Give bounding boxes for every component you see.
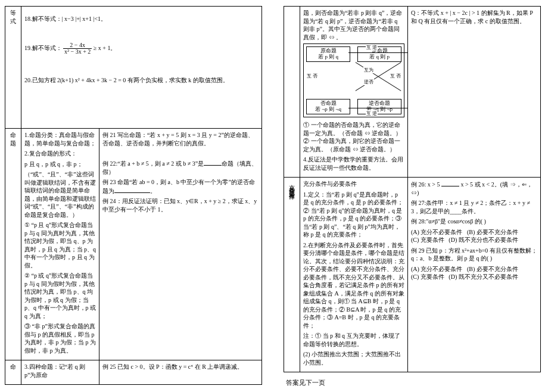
r2rn-h: 充分条件与必要条件	[303, 180, 404, 188]
r2n-4: （“或”、“且”、“非”这些词叫做逻辑联结词，不含有逻辑联结词的命题是简单命题，…	[24, 170, 96, 219]
r2n-7: ③ “非 p”形式复合命题的真假与 p 的真假相反，即当 p 为真时，非 p 为…	[24, 322, 96, 354]
e25: 例 25 已知 c > 0。设 P：函数 y = cˣ 在 R 上单调递减。	[102, 363, 259, 371]
e28A: (A) 充分不必要条件	[411, 229, 462, 235]
e28: 例 28:"α≠β"是 cosα≠cosβ 的( )	[411, 217, 537, 226]
r2n-1: 1.命题分类：真命题与假命题，简单命题与复合命题；	[24, 131, 96, 147]
diag-l-bot: 互 逆	[366, 110, 378, 117]
r2rn-3: 注：① 当 p 和 q 互为充要时，体现了命题等价转换的思想。	[303, 332, 404, 348]
diag-box-original: 原命题 若 p 则 q	[306, 46, 350, 62]
e28B: (B) 必要不充分条件	[467, 229, 518, 235]
e22: 例 22:“若 a + b ≠ 5，则 a ≠ 2 或 b ≠ 3”是命题（填真…	[102, 159, 259, 176]
diag-box-negation: 否命题 若 ¬p 则 ¬q	[306, 99, 350, 114]
e24: 例 24：用反证法证明：已知 x、y∈R，x + y ≥ 2，求证 x、y 中至…	[102, 197, 259, 213]
e28D: (D) 既不充分也不必要条件	[449, 237, 518, 243]
e29-opts: (A) 充分不必要条件 (B) 必要不充分条件 (C) 充要条件 (D) 既不充…	[411, 265, 537, 281]
row3-side: 命	[5, 360, 21, 385]
r2rn-4: (2) 小范围推出大范围；大范围推不出小范围。	[303, 350, 404, 366]
diag-l-c2: 逆否	[363, 79, 374, 85]
q19-den: x² − 3x + 2	[63, 49, 92, 55]
r2n-3: p 且 q，p 或 q，非 p；	[24, 160, 96, 169]
table-row: 命 3.四种命题：记“若 q 则 p”为原命 例 25 已知 c > 0。设 P…	[5, 360, 262, 385]
diag-l-c1: 互为	[363, 67, 374, 73]
row3-side-text: 命	[8, 363, 18, 371]
r-row2-side-text: 充分条件与必要条件	[288, 180, 296, 191]
q19-pre: 19.解不等式：	[24, 44, 62, 51]
table-row: 题，则否命题为“若非 p 则非 q”，逆命题为“若 q 则 p”，逆否命题为“若…	[284, 7, 541, 178]
row1-side: 等式	[5, 7, 21, 129]
r1m-1: 题，则否命题为“若非 p 则非 q”，逆命题为“若 q 则 p”，逆否命题为“若…	[303, 9, 404, 41]
e27: 例 27:条件甲：x ≠ 1 且 y ≠ 2；条件乙：x + y ≠ 3，则乙是…	[411, 199, 537, 215]
diag-b3b: 若 ¬p 则 ¬q	[309, 107, 348, 113]
e29C: (C) 充要条件	[411, 273, 444, 280]
r2rn-1: 1.定义：当“若 p 则 q”是真命题时，p 是 q 的充分条件，q 是 p 的…	[303, 191, 404, 239]
r2rn-2: 2.在判断充分条件及必要条件时，首先要分清哪个命题是条件，哪个命题是结论。其次，…	[303, 241, 404, 330]
diag-top-line	[348, 52, 408, 53]
row2-side: 命题	[5, 129, 21, 360]
e29: 例 29 已知 p：方程 x²+ax+b=0 有且仅有整数解；q：a、b 是整数…	[411, 247, 537, 263]
e28-opts: (A) 充分不必要条件 (B) 必要不充分条件 (C) 充要条件 (D) 既不充…	[411, 228, 537, 244]
four-propositions-diagram: 原命题 若 p 则 q 逆命题 若 q 则 p 否命题 若 ¬p 则 ¬q	[303, 43, 404, 117]
r1m-2: ① 一个命题的否命题为真，它的逆命题一定为真。（否命题 ⇔ 逆命题。）② 一个命…	[303, 121, 404, 153]
r3n: 3.四种命题：记“若 q 则 p”为原命	[24, 363, 96, 379]
e23: 例 23 命题“若 ab = 0，则 a、b 中至少有一个为零”的逆否命题为。	[102, 178, 259, 195]
row1-side-text: 等式	[8, 9, 18, 25]
q19-post: ≥ x + 1。	[94, 44, 117, 51]
diag-l-left: 互 否	[306, 73, 318, 79]
r1m-3: 4.反证法是中学数学的重要方法。会用反证法证明一些代数命题。	[303, 155, 404, 172]
left-column: 等式 18.解不等式：| x−3 |+| x+1 |<1。 19.解不等式： 2…	[5, 6, 262, 386]
q20: 20.已知方程 2(k+1) x² + 4kx + 3k − 2 = 0 有两个…	[24, 76, 259, 85]
table-row: 充分条件与必要条件 充分条件与必要条件 1.定义：当“若 p 则 q”是真命题时…	[284, 178, 541, 372]
r2n-6: ② “p 或 q”形式复合命题当 p 与 q 同为假时为假，其他情况时为真，即当…	[24, 272, 96, 320]
row2-main: 例 21 写出命题：“若 x + y = 5 则 x = 3 且 y = 2”的…	[99, 129, 262, 360]
r-row1-main: 题，则否命题为“若非 p 则非 q”，逆命题为“若 q 则 p”，逆否命题为“若…	[300, 7, 408, 178]
r-row1-right: Q：不等式 x + | x − 2c | > 1 的解集为 R，如果 P 和 Q…	[408, 7, 541, 178]
table-row: 等式 18.解不等式：| x−3 |+| x+1 |<1。 19.解不等式： 2…	[5, 7, 262, 129]
diag-b1b: 若 p 则 q	[309, 54, 348, 60]
e26-pre: 例 26: x > 5	[411, 181, 441, 188]
footer-note: 答案见下一页	[284, 378, 541, 387]
r1r-1: Q：不等式 x + | x − 2c | > 1 的解集为 R，如果 P 和 Q…	[411, 9, 537, 25]
row2-side-text: 命题	[8, 131, 18, 147]
row2-narrow: 1.命题分类：真命题与假命题，简单命题与复合命题； 2.复合命题的形式： p 且…	[21, 129, 99, 360]
right-column: 题，则否命题为“若非 p 则非 q”，逆命题为“若 q 则 p”，逆否命题为“若…	[284, 6, 541, 386]
row3-narrow: 3.四种命题：记“若 q 则 p”为原命	[21, 360, 99, 385]
e22-pre: 例 22:“若 a + b ≠ 5，则 a ≠ 2 或 b ≠ 3”是	[102, 160, 204, 167]
r2n-5: ① “p 且 q”形式复合命题当 p 与 q 同为真时为真，其他情况时为假，即当…	[24, 221, 96, 269]
r-row2-side: 充分条件与必要条件	[284, 178, 300, 372]
e23-blank	[114, 186, 150, 193]
row3-main: 例 25 已知 c > 0。设 P：函数 y = cˣ 在 R 上单调递减。	[99, 360, 262, 385]
row1-body: 18.解不等式：| x−3 |+| x+1 |<1。 19.解不等式： 2 − …	[21, 7, 262, 129]
r2n-2: 2.复合命题的形式：	[24, 150, 96, 158]
diag-bot-line	[348, 108, 408, 108]
e29D: (D) 既不充分又不必要条件	[449, 273, 518, 280]
e26: 例 26: x > 5 x > 5 或 x < 2。(填 ⇒，⇐，⇔)	[411, 180, 537, 197]
q19: 19.解不等式： 2 − 4x x² − 3x + 2 ≥ x + 1。	[24, 42, 259, 55]
e29B: (B) 必要不充分条件	[467, 266, 518, 272]
e22-blank	[204, 159, 222, 166]
diag-l-top: 互 逆	[366, 44, 378, 51]
right-table: 题，则否命题为“若非 p 则非 q”，逆命题为“若 q 则 p”，逆否命题为“若…	[284, 6, 541, 372]
diag-l-right: 互 否	[390, 73, 401, 79]
table-row: 命题 1.命题分类：真命题与假命题，简单命题与复合命题； 2.复合命题的形式： …	[5, 129, 262, 360]
diag-box-contrapositive: 逆否命题 若 ¬q 则 ¬p	[357, 99, 401, 114]
r-row2-right: 例 26: x > 5 x > 5 或 x < 2。(填 ⇒，⇐，⇔) 例 27…	[408, 178, 541, 372]
e29A: (A) 充分不必要条件	[411, 266, 462, 272]
r-row1-side	[284, 7, 300, 178]
e21: 例 21 写出命题：“若 x + y = 5 则 x = 3 且 y = 2”的…	[102, 131, 259, 147]
q19-num: 2 − 4x	[63, 42, 92, 49]
r-row2-narrow: 充分条件与必要条件 1.定义：当“若 p 则 q”是真命题时，p 是 q 的充分…	[300, 178, 408, 372]
page: 等式 18.解不等式：| x−3 |+| x+1 |<1。 19.解不等式： 2…	[0, 0, 548, 392]
e23-post: 。	[150, 188, 156, 194]
q18: 18.解不等式：| x−3 |+| x+1 |<1。	[24, 15, 259, 23]
e28C: (C) 充要条件	[411, 237, 444, 243]
left-table: 等式 18.解不等式：| x−3 |+| x+1 |<1。 19.解不等式： 2…	[5, 6, 262, 385]
e26-blank	[441, 180, 459, 186]
q19-frac: 2 − 4x x² − 3x + 2	[63, 42, 92, 55]
